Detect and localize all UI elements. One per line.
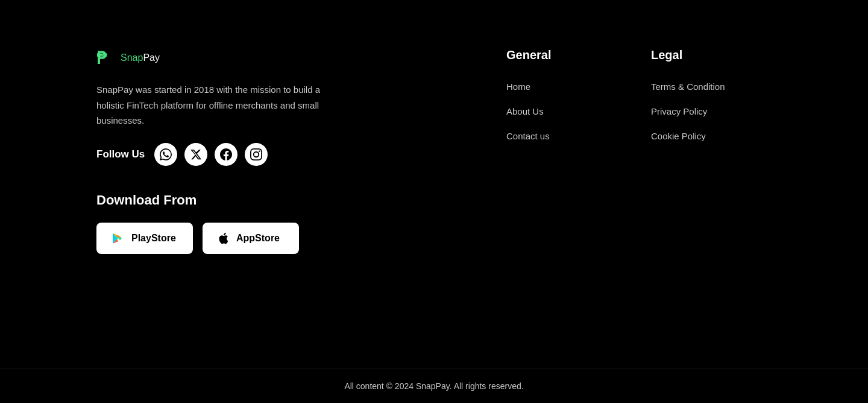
legal-link-cookie[interactable]: Cookie Policy — [651, 131, 772, 141]
facebook-icon[interactable] — [215, 143, 237, 166]
playstore-label: PlayStore — [131, 233, 176, 244]
general-link-about[interactable]: About Us — [506, 106, 627, 116]
brand-description: SnapPay was started in 2018 with the mis… — [96, 82, 338, 129]
footer-general: General Home About Us Contact us — [506, 48, 627, 332]
appstore-label: AppStore — [236, 233, 280, 244]
logo-snap: Snap — [121, 52, 143, 63]
copyright-text: All content © 2024 SnapPay. All rights r… — [344, 381, 523, 391]
follow-us-section: Follow Us — [96, 143, 338, 166]
appstore-button[interactable]: AppStore — [203, 223, 299, 254]
general-link-home[interactable]: Home — [506, 81, 627, 92]
legal-link-terms[interactable]: Terms & Condition — [651, 81, 772, 92]
svg-text:₱: ₱ — [96, 49, 107, 68]
legal-link-privacy[interactable]: Privacy Policy — [651, 106, 772, 116]
appstore-icon — [217, 232, 230, 245]
general-heading: General — [506, 48, 627, 62]
legal-heading: Legal — [651, 48, 772, 62]
follow-us-label: Follow Us — [96, 148, 145, 160]
general-link-contact[interactable]: Contact us — [506, 131, 627, 141]
spacer — [362, 48, 482, 332]
social-icons — [154, 143, 268, 166]
footer-main: ₱ SnapPay SnapPay was started in 2018 wi… — [0, 0, 868, 369]
footer-legal: Legal Terms & Condition Privacy Policy C… — [651, 48, 772, 332]
instagram-icon[interactable] — [245, 143, 268, 166]
whatsapp-icon[interactable] — [154, 143, 177, 166]
download-title: Download From — [96, 192, 338, 208]
snappay-logo-icon: ₱ — [96, 48, 116, 68]
logo-container: ₱ SnapPay — [96, 48, 338, 68]
download-section: Download From — [96, 192, 338, 254]
download-buttons: PlayStore AppStore — [96, 223, 338, 254]
logo-pay: Pay — [143, 52, 160, 63]
footer-brand: ₱ SnapPay SnapPay was started in 2018 wi… — [96, 48, 338, 332]
logo-text: SnapPay — [121, 52, 160, 63]
playstore-button[interactable]: PlayStore — [96, 223, 193, 254]
twitter-icon[interactable] — [184, 143, 207, 166]
playstore-icon — [111, 231, 125, 246]
footer-bottom: All content © 2024 SnapPay. All rights r… — [0, 369, 868, 403]
